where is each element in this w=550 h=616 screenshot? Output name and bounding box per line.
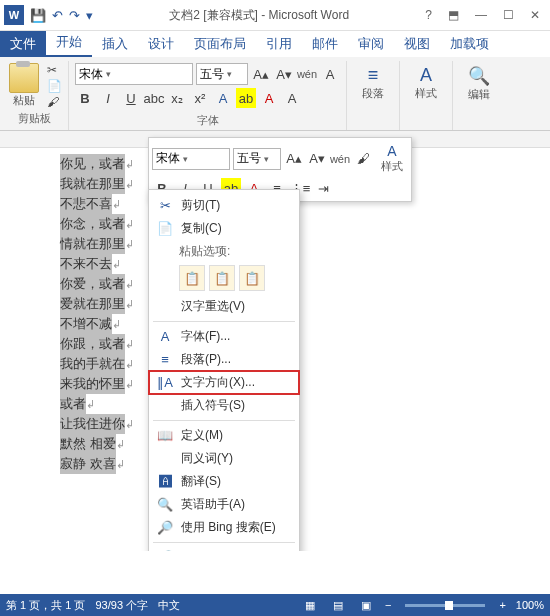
tab-layout[interactable]: 页面布局 bbox=[184, 31, 256, 57]
italic-button[interactable]: I bbox=[98, 88, 118, 108]
char-border-icon[interactable]: A bbox=[320, 64, 340, 84]
view-web-icon[interactable]: ▣ bbox=[357, 599, 375, 612]
app-icon: W bbox=[4, 5, 24, 25]
mini-font-combo[interactable]: 宋体▾ bbox=[152, 148, 230, 170]
scissors-icon: ✂ bbox=[157, 198, 173, 213]
mini-format-painter-icon[interactable]: 🖌 bbox=[353, 149, 373, 169]
tab-review[interactable]: 审阅 bbox=[348, 31, 394, 57]
ctx-font-dialog[interactable]: A字体(F)... bbox=[149, 325, 299, 348]
status-bar: 第 1 页，共 1 页 93/93 个字 中文 ▦ ▤ ▣ − + 100% bbox=[0, 594, 550, 616]
close-icon[interactable]: ✕ bbox=[530, 8, 540, 22]
font-color-icon[interactable]: A bbox=[259, 88, 279, 108]
ribbon-options-icon[interactable]: ⬒ bbox=[448, 8, 459, 22]
ctx-text-direction[interactable]: ‖A文字方向(X)... bbox=[149, 371, 299, 394]
cut-icon[interactable]: ✂ bbox=[47, 63, 62, 77]
ctx-bing-search[interactable]: 🔎使用 Bing 搜索(E) bbox=[149, 516, 299, 539]
paste-text-only-icon[interactable]: 📋 bbox=[239, 265, 265, 291]
highlight-icon[interactable]: ab bbox=[236, 88, 256, 108]
view-read-icon[interactable]: ▦ bbox=[301, 599, 319, 612]
paste-button[interactable]: 粘贴 bbox=[6, 63, 42, 109]
clipboard-icon bbox=[9, 63, 39, 93]
save-icon[interactable]: 💾 bbox=[30, 8, 46, 23]
context-menu: ✂剪切(T) 📄复制(C) 粘贴选项: 📋 📋 📋 汉字重选(V) A字体(F)… bbox=[148, 189, 300, 551]
ctx-synonyms[interactable]: 同义词(Y) bbox=[149, 447, 299, 470]
tab-file[interactable]: 文件 bbox=[0, 31, 46, 57]
status-word-count[interactable]: 93/93 个字 bbox=[95, 598, 148, 613]
status-language[interactable]: 中文 bbox=[158, 598, 180, 613]
copy-icon: 📄 bbox=[157, 221, 173, 236]
tab-insert[interactable]: 插入 bbox=[92, 31, 138, 57]
ctx-define[interactable]: 📖定义(M) bbox=[149, 424, 299, 447]
tab-mailings[interactable]: 邮件 bbox=[302, 31, 348, 57]
text-direction-icon: ‖A bbox=[157, 375, 173, 390]
mini-styles-button[interactable]: A样式 bbox=[376, 141, 408, 176]
undo-icon[interactable]: ↶ bbox=[52, 8, 63, 23]
ctx-hyperlink[interactable]: 🔗超链接(H)... bbox=[149, 546, 299, 551]
mini-grow-font-icon[interactable]: A▴ bbox=[284, 149, 304, 169]
font-size-combo[interactable]: 五号▾ bbox=[196, 63, 248, 85]
text-effects-icon[interactable]: A bbox=[213, 88, 233, 108]
ctx-cut[interactable]: ✂剪切(T) bbox=[149, 194, 299, 217]
grow-font-icon[interactable]: A▴ bbox=[251, 64, 271, 84]
zoom-level[interactable]: 100% bbox=[516, 599, 544, 611]
tab-home[interactable]: 开始 bbox=[46, 29, 92, 57]
bold-button[interactable]: B bbox=[75, 88, 95, 108]
mini-phonetic-icon[interactable]: wén bbox=[330, 149, 350, 169]
ctx-hanzi-reselect[interactable]: 汉字重选(V) bbox=[149, 295, 299, 318]
status-page[interactable]: 第 1 页，共 1 页 bbox=[6, 598, 85, 613]
subscript-button[interactable]: x₂ bbox=[167, 88, 187, 108]
zoom-slider[interactable] bbox=[405, 604, 485, 607]
minimize-icon[interactable]: — bbox=[475, 8, 487, 22]
char-shading-icon[interactable]: A bbox=[282, 88, 302, 108]
phonetic-guide-icon[interactable]: wén bbox=[297, 64, 317, 84]
mini-shrink-font-icon[interactable]: A▾ bbox=[307, 149, 327, 169]
qat-more-icon[interactable]: ▾ bbox=[86, 8, 93, 23]
editing-button[interactable]: 🔍编辑 bbox=[459, 63, 499, 104]
mini-size-combo[interactable]: 五号▾ bbox=[233, 148, 281, 170]
maximize-icon[interactable]: ☐ bbox=[503, 8, 514, 22]
format-painter-icon[interactable]: 🖌 bbox=[47, 95, 62, 109]
ctx-insert-symbol[interactable]: 插入符号(S) bbox=[149, 394, 299, 417]
paragraph-button[interactable]: ≡段落 bbox=[353, 63, 393, 103]
copy-icon[interactable]: 📄 bbox=[47, 79, 62, 93]
mini-indent-icon[interactable]: ⇥ bbox=[313, 178, 333, 198]
window-title: 文档2 [兼容模式] - Microsoft Word bbox=[93, 7, 425, 24]
tab-design[interactable]: 设计 bbox=[138, 31, 184, 57]
clipboard-group-label: 剪贴板 bbox=[6, 109, 62, 126]
ctx-paste-options-label: 粘贴选项: bbox=[149, 240, 299, 261]
font-group-label: 字体 bbox=[75, 111, 340, 128]
paste-keep-source-icon[interactable]: 📋 bbox=[179, 265, 205, 291]
strikethrough-button[interactable]: abc bbox=[144, 88, 164, 108]
tab-references[interactable]: 引用 bbox=[256, 31, 302, 57]
shrink-font-icon[interactable]: A▾ bbox=[274, 64, 294, 84]
tab-view[interactable]: 视图 bbox=[394, 31, 440, 57]
help-icon[interactable]: ? bbox=[425, 8, 432, 22]
tab-addins[interactable]: 加载项 bbox=[440, 31, 499, 57]
ctx-english-assistant[interactable]: 🔍英语助手(A) bbox=[149, 493, 299, 516]
font-name-combo[interactable]: 宋体▾ bbox=[75, 63, 193, 85]
underline-button[interactable]: U bbox=[121, 88, 141, 108]
ctx-paragraph-dialog[interactable]: ≡段落(P)... bbox=[149, 348, 299, 371]
zoom-out-icon[interactable]: − bbox=[385, 599, 391, 611]
view-print-icon[interactable]: ▤ bbox=[329, 599, 347, 612]
ctx-copy[interactable]: 📄复制(C) bbox=[149, 217, 299, 240]
superscript-button[interactable]: x² bbox=[190, 88, 210, 108]
paste-merge-icon[interactable]: 📋 bbox=[209, 265, 235, 291]
ctx-translate[interactable]: 🅰翻译(S) bbox=[149, 470, 299, 493]
redo-icon[interactable]: ↷ bbox=[69, 8, 80, 23]
styles-button[interactable]: A样式 bbox=[406, 63, 446, 103]
zoom-in-icon[interactable]: + bbox=[499, 599, 505, 611]
